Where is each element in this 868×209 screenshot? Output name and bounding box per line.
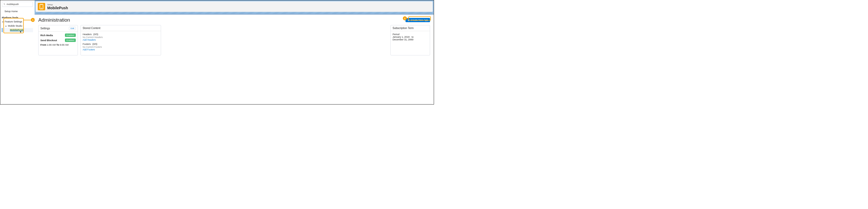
edit-settings-button[interactable]: Edit — [69, 27, 76, 30]
callout-1-box — [3, 18, 24, 33]
create-btn-label: Create New App — [410, 19, 428, 21]
settings-card: Settings Edit Rich Media Enabled Send Bl… — [38, 25, 78, 55]
header-title: MobilePush — [47, 6, 68, 10]
search-input[interactable]: mobilepush — [2, 2, 33, 7]
blockout-time-range: From 1:00 AM To 6:00 AM — [40, 43, 76, 46]
setup-home-link[interactable]: Setup Home — [2, 9, 33, 13]
plus-icon — [408, 19, 410, 21]
rich-media-label: Rich Media — [40, 34, 53, 37]
search-value: mobilepush — [7, 3, 19, 5]
callout-1-line — [24, 20, 31, 20]
subscription-term-card: Subscription Term Period January 1, 2018… — [391, 25, 430, 55]
rich-media-status: Enabled — [65, 33, 76, 37]
create-new-app-button[interactable]: Create New App — [405, 18, 430, 22]
mobilepush-app-icon — [38, 3, 45, 10]
content-panel: Administration Create New App 2 Settings… — [36, 15, 433, 59]
main-area: Setup MobilePush Administration Create N… — [35, 0, 434, 104]
search-icon — [3, 3, 6, 5]
period-range: January 1, 2018 to — [393, 36, 428, 38]
stored-content-card: Stored Content Headers (0/3) No Current … — [81, 25, 161, 55]
send-blockout-label: Send Blockout — [40, 39, 57, 42]
callout-2-line — [407, 18, 408, 19]
add-footers-link[interactable]: Add Footers — [83, 48, 159, 51]
callout-2-badge: 2 — [403, 17, 407, 20]
page-title: Administration — [38, 17, 70, 23]
header-pattern — [36, 12, 433, 14]
period-end: December 31, 2069 — [393, 38, 428, 41]
sidebar: mobilepush Setup Home Platform Tools Fea… — [0, 0, 35, 104]
subscription-title: Subscription Term — [393, 27, 414, 30]
footers-row: Footers (0/3) — [83, 43, 159, 46]
header-breadcrumb: Setup — [47, 3, 68, 6]
settings-title: Settings — [40, 27, 50, 30]
period-label: Period — [393, 33, 428, 36]
headers-row: Headers (0/3) — [83, 33, 159, 36]
stored-content-title: Stored Content — [83, 27, 100, 30]
page-header: Setup MobilePush — [36, 1, 433, 12]
add-headers-link[interactable]: Add Headers — [83, 38, 159, 41]
send-blockout-status: Enabled — [65, 38, 76, 42]
no-headers-text: No Current Headers — [83, 36, 159, 38]
callout-1-badge: 1 — [31, 18, 35, 22]
no-footers-text: No Current Footers — [83, 46, 159, 48]
